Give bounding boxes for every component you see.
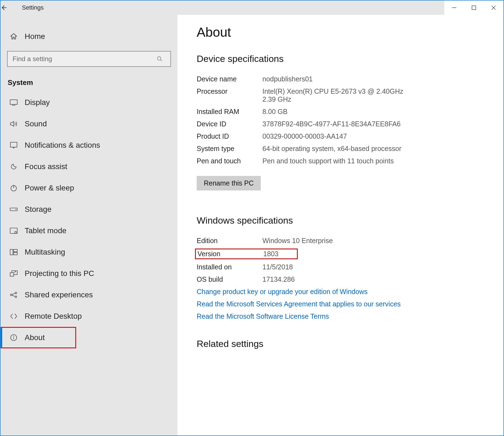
svg-rect-8 [10,142,17,147]
sidebar-item-about[interactable]: About [1,327,76,348]
sidebar-home[interactable]: Home [1,26,177,47]
license-terms-link[interactable]: Read the Microsoft Software License Term… [197,312,484,320]
sidebar-item-projecting[interactable]: Projecting to this PC [1,263,177,284]
remote-desktop-icon [8,313,20,320]
os-build-value: 17134.286 [262,275,484,283]
edition-key: Edition [197,237,262,245]
rename-pc-button[interactable]: Rename this PC [197,176,261,190]
svg-point-20 [10,294,12,296]
maximize-button[interactable] [464,1,484,15]
sidebar-item-focus-assist[interactable]: Focus assist [1,156,177,177]
sound-icon [8,121,20,127]
minimize-icon [452,5,457,10]
sidebar-item-tablet-mode[interactable]: Tablet mode [1,220,177,241]
window-controls [444,1,503,15]
sidebar-home-label: Home [25,32,45,41]
system-type-row: System type 64-bit operating system, x64… [197,145,484,153]
sidebar-item-storage[interactable]: Storage [1,199,177,220]
sidebar-group-heading: System [1,72,177,92]
sidebar-item-label: Focus assist [25,162,67,171]
minimize-button[interactable] [444,1,464,15]
device-id-row: Device ID 37878F92-4B9C-4977-AF11-8E34A7… [197,120,484,128]
svg-point-21 [15,292,17,294]
pen-touch-value: Pen and touch support with 11 touch poin… [262,157,484,165]
svg-line-23 [12,293,15,295]
sidebar-item-label: Storage [25,205,51,214]
sidebar-item-remote-desktop[interactable]: Remote Desktop [1,306,177,327]
change-product-key-link[interactable]: Change product key or upgrade your editi… [197,288,484,296]
os-build-row: OS build 17134.286 [197,275,484,283]
sidebar-item-label: About [25,333,45,342]
storage-icon [8,207,20,212]
window-title: Settings [22,4,44,11]
search-icon [157,56,170,62]
device-id-value: 37878F92-4B9C-4977-AF11-8E34A7EE8FA6 [262,120,484,128]
ram-key: Installed RAM [197,108,262,116]
svg-rect-16 [14,249,17,252]
device-name-value: nodpublishers01 [262,75,484,83]
focus-assist-icon [8,163,20,170]
search-box[interactable] [7,51,171,67]
processor-key: Processor [197,87,262,103]
sidebar-item-label: Multitasking [25,248,65,257]
windows-spec-title: Windows specifications [197,215,484,226]
sidebar-item-sound[interactable]: Sound [1,113,177,135]
svg-line-5 [161,60,162,61]
device-id-key: Device ID [197,120,262,128]
pen-touch-row: Pen and touch Pen and touch support with… [197,157,484,165]
system-type-value: 64-bit operating system, x64-based proce… [262,145,484,153]
home-icon [8,33,20,40]
svg-rect-13 [10,228,17,233]
installed-on-key: Installed on [197,263,262,271]
back-arrow-icon [1,4,8,11]
sidebar-item-label: Power & sleep [25,184,74,192]
sidebar-item-label: Tablet mode [25,226,67,235]
power-icon [8,184,20,192]
search-input[interactable] [8,52,157,66]
processor-value: Intel(R) Xeon(R) CPU E5-2673 v3 @ 2.40GH… [262,87,416,103]
device-spec-title: Device specifications [197,53,484,64]
pen-touch-key: Pen and touch [197,157,262,165]
notifications-icon [8,142,20,149]
device-name-key: Device name [197,75,262,83]
services-agreement-link[interactable]: Read the Microsoft Services Agreement th… [197,300,484,308]
processor-row: Processor Intel(R) Xeon(R) CPU E5-2673 v… [197,87,484,103]
version-key: Version [197,250,263,258]
svg-rect-17 [14,252,17,255]
back-button[interactable] [1,4,17,11]
sidebar-item-display[interactable]: Display [1,92,177,113]
multitasking-icon [8,249,20,255]
shared-experiences-icon [8,292,20,298]
os-build-key: OS build [197,275,262,283]
sidebar-item-label: Shared experiences [25,290,93,299]
product-id-value: 00329-00000-00003-AA147 [262,132,484,140]
svg-point-12 [16,209,16,210]
maximize-icon [472,5,476,10]
svg-rect-6 [10,100,17,104]
display-icon [8,99,20,106]
sidebar-item-multitasking[interactable]: Multitasking [1,241,177,263]
svg-rect-19 [10,273,14,276]
sidebar-item-label: Display [25,98,50,107]
sidebar-item-label: Remote Desktop [25,312,82,321]
svg-rect-1 [472,6,476,10]
edition-row: Edition Windows 10 Enterprise [197,237,484,245]
version-row: Version 1803 [197,249,484,259]
close-button[interactable] [484,1,503,15]
search-wrap [7,51,171,67]
svg-rect-15 [10,249,13,255]
sidebar: Home System Display Sound Notifications … [1,15,177,435]
projecting-icon [8,270,20,277]
product-id-key: Product ID [197,132,262,140]
page-title: About [197,25,484,40]
sidebar-item-shared-experiences[interactable]: Shared experiences [1,284,177,306]
sidebar-item-label: Projecting to this PC [25,269,94,278]
svg-point-26 [13,336,14,337]
tablet-icon [8,228,20,234]
ram-row: Installed RAM 8.00 GB [197,108,484,116]
installed-on-value: 11/5/2018 [262,263,484,271]
svg-point-22 [15,296,17,298]
related-settings-title: Related settings [197,338,484,349]
sidebar-item-notifications[interactable]: Notifications & actions [1,135,177,156]
sidebar-item-power-sleep[interactable]: Power & sleep [1,177,177,199]
